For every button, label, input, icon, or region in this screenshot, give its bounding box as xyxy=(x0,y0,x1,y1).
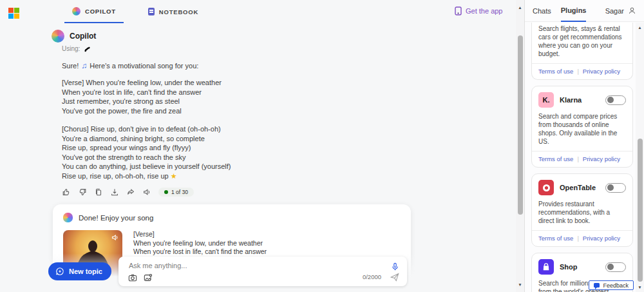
shop-toggle[interactable] xyxy=(605,262,626,272)
thumbs-down-icon[interactable] xyxy=(78,188,87,197)
using-label: Using: xyxy=(62,44,80,54)
intro-prefix: Sure! xyxy=(62,61,79,71)
play-audio-icon[interactable] xyxy=(111,233,119,242)
star-emoji: ★ xyxy=(171,172,177,180)
microphone-icon[interactable] xyxy=(391,262,399,270)
plugin-name: Klarna xyxy=(560,96,605,104)
copilot-app: COPILOT NOTEBOOK Get the app Copilot Usi… xyxy=(0,0,644,292)
person-icon xyxy=(628,6,636,15)
turn-counter-text: 1 of 30 xyxy=(171,189,188,195)
new-topic-button[interactable]: New topic xyxy=(48,262,111,280)
chat-input[interactable] xyxy=(129,262,386,269)
sidebar-scroll-down-arrow[interactable]: ▼ xyxy=(636,285,644,289)
chat-input-box: 0/2000 xyxy=(118,257,407,286)
plugins-list: Search flights, stays & rental cars or g… xyxy=(525,23,636,292)
terms-link[interactable]: Terms of use xyxy=(538,235,573,242)
privacy-link[interactable]: Privacy policy xyxy=(583,68,620,75)
link-separator: | xyxy=(577,68,578,75)
lyrics-chorus-last: Rise up, rise up, oh-oh-oh, rise up ★ xyxy=(62,171,413,181)
tab-chats[interactable]: Chats xyxy=(533,0,551,22)
tab-notebook[interactable]: NOTEBOOK xyxy=(140,0,206,23)
plugin-card-partial: Search flights, stays & rental cars or g… xyxy=(531,23,633,80)
klarna-icon: K. xyxy=(538,92,554,108)
tab-copilot[interactable]: COPILOT xyxy=(64,0,124,23)
terms-link[interactable]: Terms of use xyxy=(538,155,573,162)
ms-logo-green xyxy=(14,8,19,13)
plugin-description: Provides restaurant recommendations, wit… xyxy=(538,200,626,225)
ms-logo-blue xyxy=(8,14,14,19)
plugin-name: Shop xyxy=(560,263,605,271)
opentable-toggle[interactable] xyxy=(605,183,626,193)
sidebar-scroll-up-arrow[interactable]: ▲ xyxy=(636,25,644,30)
user-menu[interactable]: Sagar xyxy=(605,6,636,15)
new-topic-label: New topic xyxy=(69,268,102,275)
main-scrollbar: ▲ ▼ xyxy=(516,0,524,292)
song-card-title: Done! Enjoy your song xyxy=(79,214,153,222)
phone-download-icon xyxy=(455,6,462,15)
new-topic-icon xyxy=(55,267,64,276)
main-tabs: COPILOT NOTEBOOK xyxy=(64,0,206,23)
message-intro: Sure! ♫ Here's a motivational song for y… xyxy=(62,61,413,71)
char-counter: 0/2000 xyxy=(363,273,381,280)
plugin-card-klarna: K. Klarna Search and compare prices from… xyxy=(531,86,633,168)
music-note-emoji: ♫ xyxy=(81,61,87,71)
plugins-sidebar: Chats Plugins Sagar Search flights, stay… xyxy=(524,0,644,292)
scroll-up-arrow[interactable]: ▲ xyxy=(516,5,524,10)
send-icon[interactable] xyxy=(390,273,399,282)
privacy-link[interactable]: Privacy policy xyxy=(583,155,620,162)
plugin-description: Search and compare prices from thousands… xyxy=(538,112,626,146)
thumbs-up-icon[interactable] xyxy=(62,188,71,197)
link-separator: | xyxy=(577,235,578,242)
sidebar-scrollbar-thumb[interactable] xyxy=(638,139,643,282)
shop-icon xyxy=(538,259,554,275)
chat-column: Copilot Using: Sure! ♫ Here's a motivati… xyxy=(52,30,413,289)
feedback-button[interactable]: Feedback xyxy=(589,280,634,290)
message-actions: 1 of 30 xyxy=(62,188,413,197)
feedback-icon xyxy=(594,283,600,287)
main-scrollbar-thumb[interactable] xyxy=(518,35,523,215)
copy-icon[interactable] xyxy=(94,188,103,197)
get-the-app-label: Get the app xyxy=(466,7,503,15)
plugin-card-opentable: OpenTable Provides restaurant recommenda… xyxy=(531,173,633,247)
tab-notebook-label: NOTEBOOK xyxy=(159,8,198,15)
turn-counter: 1 of 30 xyxy=(158,188,194,197)
sidebar-scrollbar: ▲ ▼ xyxy=(636,23,644,292)
celebration-icon xyxy=(63,213,73,222)
plugin-name: OpenTable xyxy=(560,184,605,191)
feedback-label: Feedback xyxy=(603,282,629,289)
sidebar-header: Chats Plugins Sagar xyxy=(525,0,644,22)
lyrics-verse: [Verse] When you're feeling low, under t… xyxy=(62,78,413,115)
visual-search-icon[interactable] xyxy=(144,273,153,282)
get-the-app-link[interactable]: Get the app xyxy=(455,6,503,15)
suno-plugin-icon xyxy=(83,45,91,54)
bot-name: Copilot xyxy=(70,32,96,41)
ms-logo-red xyxy=(8,8,14,13)
opentable-icon xyxy=(538,180,554,195)
user-name: Sagar xyxy=(605,7,624,15)
read-aloud-icon[interactable] xyxy=(142,188,151,197)
share-icon[interactable] xyxy=(126,188,135,197)
intro-suffix: Here's a motivational song for you: xyxy=(90,61,198,71)
composer: New topic 0/2000 xyxy=(48,257,407,286)
tab-copilot-label: COPILOT xyxy=(85,8,116,15)
terms-link[interactable]: Terms of use xyxy=(538,68,573,75)
scroll-down-arrow[interactable]: ▼ xyxy=(516,282,524,287)
microsoft-logo[interactable] xyxy=(8,8,19,19)
plugin-description: Search flights, stays & rental cars or g… xyxy=(538,24,626,58)
export-icon[interactable] xyxy=(110,188,119,197)
copilot-icon xyxy=(72,7,80,15)
tab-plugins[interactable]: Plugins xyxy=(561,0,587,22)
turn-counter-dot xyxy=(164,190,168,194)
klarna-toggle[interactable] xyxy=(605,95,626,105)
top-bar: COPILOT NOTEBOOK Get the app xyxy=(0,0,516,23)
chorus-last-text: Rise up, rise up, oh-oh-oh, rise up xyxy=(62,172,169,180)
lyrics-chorus: [Chorus] Rise up, don't give in to defea… xyxy=(62,124,413,171)
copilot-avatar xyxy=(52,30,64,43)
link-separator: | xyxy=(577,155,578,162)
camera-icon[interactable] xyxy=(128,273,137,282)
privacy-link[interactable]: Privacy policy xyxy=(583,235,620,242)
notebook-icon xyxy=(148,8,155,15)
ms-logo-yellow xyxy=(14,14,19,19)
